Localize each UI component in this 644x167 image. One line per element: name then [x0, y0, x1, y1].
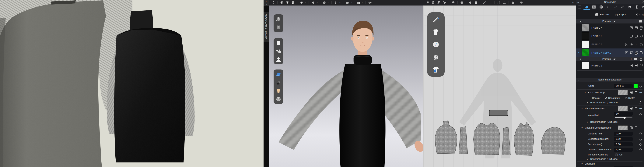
- texture-quad-icon[interactable]: [635, 26, 638, 29]
- link-diamond-icon[interactable]: [639, 143, 642, 146]
- pattern-checker-icon[interactable]: [474, 1, 478, 5]
- expand-plus-icon[interactable]: [630, 35, 633, 38]
- group-folder-icon[interactable]: [634, 58, 638, 60]
- viewport-3d[interactable]: [269, 6, 424, 167]
- fabric-group-header[interactable]: ▼ Primario +: [576, 57, 644, 61]
- link-diamond-icon[interactable]: [639, 148, 642, 151]
- import-fabric-button[interactable]: [595, 13, 598, 16]
- chevron-expand-icon[interactable]: »: [305, 1, 306, 4]
- group-add-icon[interactable]: +: [630, 58, 632, 60]
- chevron-expand-icon[interactable]: »: [340, 1, 341, 4]
- lock-patterns-icon[interactable]: [432, 65, 440, 74]
- tab-ruler[interactable]: [640, 4, 644, 10]
- reset-refresh-icon[interactable]: [639, 121, 641, 123]
- displacement-map-thumbnail[interactable]: [618, 125, 628, 130]
- fabric-roll-b-icon[interactable]: [356, 1, 361, 5]
- duplicate-icon[interactable]: [640, 26, 642, 29]
- texture-quad-icon[interactable]: [630, 107, 633, 110]
- texture-quad-icon[interactable]: [635, 35, 638, 38]
- more-options-icon[interactable]: •••: [639, 127, 642, 129]
- slider-knob[interactable]: [624, 117, 626, 119]
- copy-fabric-button[interactable]: Copiar: [615, 13, 626, 16]
- keep-continuity-checkbox[interactable]: [615, 153, 618, 156]
- edit-garment-pen-icon[interactable]: [285, 1, 290, 5]
- tab-button[interactable]: [598, 4, 605, 10]
- link-diamond-icon[interactable]: [639, 138, 642, 140]
- chevron-expand-icon[interactable]: »: [316, 1, 318, 4]
- show-skin-icon[interactable]: [275, 88, 282, 94]
- value-field[interactable]: 4,00: [614, 148, 633, 152]
- intensity-field[interactable]: 10: [614, 112, 633, 116]
- tab-scene-list[interactable]: [576, 4, 583, 10]
- segment-sewing-icon[interactable]: [431, 1, 436, 5]
- transform-garment-icon[interactable]: [299, 1, 304, 5]
- pattern-waistband[interactable]: [489, 110, 508, 116]
- show-environment-icon[interactable]: [275, 96, 282, 102]
- texture-basket-icon[interactable]: [432, 53, 440, 61]
- color-value-field[interactable]: 00FF15: [614, 84, 633, 88]
- fabric-texture-blue-icon[interactable]: [275, 71, 282, 77]
- texture-quad-icon[interactable]: [635, 64, 638, 67]
- patch-plus-icon[interactable]: [510, 1, 515, 5]
- simulate-icon[interactable]: [271, 1, 276, 5]
- tab-pattern-texture[interactable]: [590, 4, 598, 10]
- tab-pin[interactable]: [605, 4, 612, 10]
- duplicate-icon[interactable]: [635, 51, 638, 54]
- expand-triangle-icon[interactable]: ▶: [587, 121, 588, 123]
- value-field[interactable]: 0,00: [614, 137, 633, 141]
- show-avatar-icon[interactable]: [275, 56, 282, 63]
- reset-refresh-icon[interactable]: [639, 158, 641, 160]
- texture-hatch-icon[interactable]: [630, 51, 633, 54]
- collapse-triangle-icon[interactable]: ▼: [581, 163, 583, 165]
- collapse-triangle-icon[interactable]: ▼: [581, 127, 583, 129]
- tab-elastic[interactable]: [619, 4, 626, 10]
- chevron-expand-icon[interactable]: »: [362, 1, 364, 4]
- recolor-button[interactable]: Recolor: [592, 97, 600, 99]
- fabric-row[interactable]: FABRIC 6: [576, 40, 644, 49]
- pinch-tool-icon[interactable]: [368, 1, 372, 5]
- color-chip[interactable]: [634, 84, 638, 88]
- desaturate-button[interactable]: Desaturate: [605, 97, 620, 99]
- panel-corner-icon[interactable]: [642, 1, 644, 3]
- rename-pencil-icon[interactable]: [613, 20, 616, 23]
- tab-layers[interactable]: [634, 4, 640, 10]
- expand-triangle-icon[interactable]: ▶: [587, 102, 588, 104]
- trash-icon[interactable]: [640, 43, 642, 46]
- link-diamond-icon[interactable]: [639, 132, 642, 135]
- show-garment-icon[interactable]: [275, 40, 282, 46]
- switch-button[interactable]: Switch: [625, 97, 635, 99]
- quilting-icon[interactable]: [519, 1, 524, 5]
- opacity-field-partial[interactable]: [614, 166, 633, 167]
- free-sewing-icon[interactable]: [437, 1, 442, 5]
- fabric-group-header[interactable]: ▼ Primario +: [576, 19, 644, 24]
- collapse-triangle-icon[interactable]: ▼: [580, 58, 582, 60]
- add-line-icon[interactable]: [482, 1, 487, 5]
- trash-icon[interactable]: [635, 91, 637, 94]
- tab-fabric[interactable]: [583, 4, 590, 10]
- duplicate-icon[interactable]: [635, 43, 638, 46]
- collapse-triangle-icon[interactable]: ▼: [584, 92, 586, 94]
- garment-fit-view-icon[interactable]: [275, 24, 282, 31]
- fabric-swatch-white[interactable]: [582, 62, 589, 69]
- normal-map-thumbnail[interactable]: [618, 106, 628, 111]
- add-fabric-button[interactable]: + Añadir: [600, 13, 609, 16]
- reset-refresh-icon[interactable]: [639, 101, 641, 104]
- value-field[interactable]: 0,00: [614, 132, 633, 136]
- texture-roll-2d-icon[interactable]: [468, 1, 473, 5]
- tab-modular-library[interactable]: MODULAR LIBRARY: [264, 12, 269, 42]
- collapse-arrow-icon[interactable]: →: [577, 1, 579, 4]
- rename-pencil-icon[interactable]: [613, 58, 616, 60]
- expand-plus-icon[interactable]: [630, 26, 633, 29]
- collapse-arrow-icon[interactable]: →: [577, 78, 579, 81]
- texture-quad-icon[interactable]: [630, 91, 633, 94]
- base-color-map-thumbnail[interactable]: [618, 90, 628, 95]
- trash-icon[interactable]: [635, 126, 637, 129]
- shirring-horizontal-icon[interactable]: [502, 1, 507, 5]
- duplicate-icon[interactable]: [640, 64, 642, 67]
- texture-roll-icon[interactable]: [310, 1, 316, 5]
- expand-plus-icon[interactable]: [625, 43, 628, 46]
- detect-sewing-icon[interactable]: [442, 1, 447, 5]
- chevron-expand-icon[interactable]: »: [351, 1, 352, 4]
- expand-plus-icon[interactable]: [630, 64, 633, 67]
- render-view[interactable]: [0, 0, 264, 167]
